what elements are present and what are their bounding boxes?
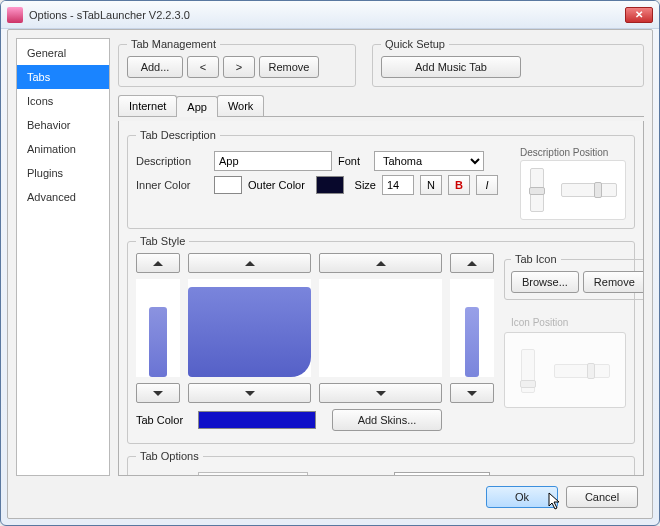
- chevron-up-icon: [467, 261, 477, 266]
- tab-management-legend: Tab Management: [127, 38, 220, 50]
- style1-down-button[interactable]: [136, 383, 180, 403]
- ok-button[interactable]: Ok: [486, 486, 558, 508]
- style4-up-button[interactable]: [450, 253, 494, 273]
- tab-internet[interactable]: Internet: [118, 95, 177, 116]
- browse-icon-button[interactable]: Browse...: [511, 271, 579, 293]
- size-label: Size: [350, 179, 376, 191]
- icon-position-group: Icon Position: [504, 330, 626, 408]
- size-input[interactable]: [382, 175, 414, 195]
- add-tab-button[interactable]: Add...: [127, 56, 183, 78]
- chevron-up-icon: [245, 261, 255, 266]
- icon-position-legend: Icon Position: [508, 317, 571, 328]
- tab-app[interactable]: App: [176, 96, 218, 117]
- sidebar-item-general[interactable]: General: [17, 41, 109, 65]
- style4-preview: [450, 279, 494, 377]
- inner-color-swatch[interactable]: [214, 176, 242, 194]
- tab-type-select: Normal Tab: [198, 472, 308, 476]
- font-bold-button[interactable]: B: [448, 175, 470, 195]
- outer-color-swatch[interactable]: [316, 176, 344, 194]
- inner-color-label: Inner Color: [136, 179, 208, 191]
- tab-work[interactable]: Work: [217, 95, 264, 116]
- titlebar[interactable]: Options - sTabLauncher V2.2.3.0 ✕: [1, 1, 659, 29]
- chevron-down-icon: [467, 391, 477, 396]
- client-area: General Tabs Icons Behavior Animation Pl…: [7, 29, 653, 519]
- options-window: Options - sTabLauncher V2.2.3.0 ✕ Genera…: [0, 0, 660, 526]
- chevron-up-icon: [376, 261, 386, 266]
- sidebar-item-tabs[interactable]: Tabs: [17, 65, 109, 89]
- tab-options-group: Tab Options Tab Type Normal Tab Tab Plug…: [127, 450, 635, 476]
- style3-preview: [319, 279, 442, 377]
- tab-icon-legend: Tab Icon: [511, 253, 561, 265]
- add-skins-button[interactable]: Add Skins...: [332, 409, 442, 431]
- tab-settings-panel: Tab Description Description Font Tahoma: [118, 121, 644, 476]
- sidebar-item-icons[interactable]: Icons: [17, 89, 109, 113]
- chevron-down-icon: [245, 391, 255, 396]
- app-icon: [7, 7, 23, 23]
- close-icon[interactable]: ✕: [625, 7, 653, 23]
- tab-color-label: Tab Color: [136, 414, 192, 426]
- chevron-down-icon: [153, 391, 163, 396]
- font-select[interactable]: Tahoma: [374, 151, 484, 171]
- style2-preview: [188, 279, 311, 377]
- tab-description-legend: Tab Description: [136, 129, 220, 141]
- font-italic-button[interactable]: I: [476, 175, 498, 195]
- style1-preview: [136, 279, 180, 377]
- chevron-up-icon: [153, 261, 163, 266]
- description-label: Description: [136, 155, 208, 167]
- description-position-group: Description Position: [520, 147, 626, 220]
- window-title: Options - sTabLauncher V2.2.3.0: [29, 9, 625, 21]
- style3-up-button[interactable]: [319, 253, 442, 273]
- tab-color-swatch[interactable]: [198, 411, 316, 429]
- description-input[interactable]: [214, 151, 332, 171]
- tab-management-group: Tab Management Add... < > Remove: [118, 38, 356, 87]
- sidebar-item-plugins[interactable]: Plugins: [17, 161, 109, 185]
- quick-setup-group: Quick Setup Add Music Tab: [372, 38, 644, 87]
- tab-options-legend: Tab Options: [136, 450, 203, 462]
- style1-up-button[interactable]: [136, 253, 180, 273]
- tab-icon-group: Tab Icon Browse... Remove: [504, 253, 644, 300]
- dialog-footer: Ok Cancel: [486, 486, 638, 508]
- remove-icon-button[interactable]: Remove: [583, 271, 644, 293]
- move-left-button[interactable]: <: [187, 56, 219, 78]
- tab-list-tabs: Internet App Work: [118, 95, 644, 117]
- sidebar-item-advanced[interactable]: Advanced: [17, 185, 109, 209]
- icon-pos-slider-horizontal[interactable]: [554, 364, 610, 378]
- remove-tab-button[interactable]: Remove: [259, 56, 319, 78]
- outer-color-label: Outer Color: [248, 179, 310, 191]
- chevron-down-icon: [376, 391, 386, 396]
- sidebar-item-animation[interactable]: Animation: [17, 137, 109, 161]
- move-right-button[interactable]: >: [223, 56, 255, 78]
- desc-pos-slider-vertical[interactable]: [530, 168, 544, 212]
- cancel-button[interactable]: Cancel: [566, 486, 638, 508]
- font-label: Font: [338, 155, 368, 167]
- desc-pos-legend: Description Position: [520, 147, 626, 158]
- main-panel: Tab Management Add... < > Remove Quick S…: [118, 38, 644, 476]
- desc-pos-slider-horizontal[interactable]: [561, 183, 617, 197]
- sidebar: General Tabs Icons Behavior Animation Pl…: [16, 38, 110, 476]
- sidebar-item-behavior[interactable]: Behavior: [17, 113, 109, 137]
- tab-style-legend: Tab Style: [136, 235, 189, 247]
- style3-down-button[interactable]: [319, 383, 442, 403]
- tab-style-group: Tab Style: [127, 235, 635, 444]
- font-normal-button[interactable]: N: [420, 175, 442, 195]
- style2-down-button[interactable]: [188, 383, 311, 403]
- tab-plugin-select[interactable]: [394, 472, 490, 476]
- icon-pos-slider-vertical[interactable]: [521, 349, 535, 393]
- quick-setup-legend: Quick Setup: [381, 38, 449, 50]
- tab-description-group: Tab Description Description Font Tahoma: [127, 129, 635, 229]
- style4-down-button[interactable]: [450, 383, 494, 403]
- style2-up-button[interactable]: [188, 253, 311, 273]
- add-music-tab-button[interactable]: Add Music Tab: [381, 56, 521, 78]
